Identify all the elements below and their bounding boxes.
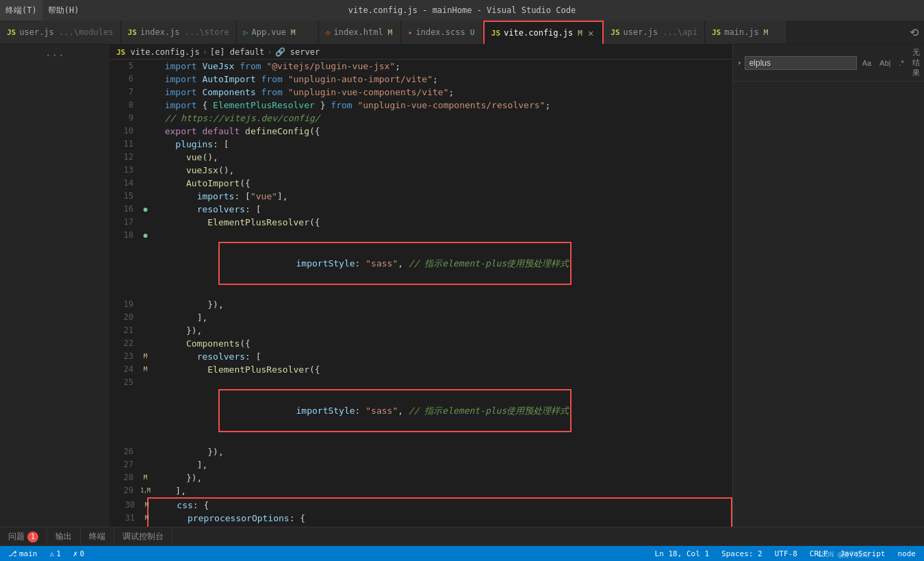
error-count: 0 (79, 549, 84, 558)
bottom-tab-debug[interactable]: 调试控制台 (114, 527, 172, 546)
code-line-5: 5 import VueJsx from "@vitejs/plugin-vue… (110, 60, 732, 73)
line-num-15: 15 (110, 190, 140, 203)
tab-index-html[interactable]: ◇ index.html M (319, 21, 401, 44)
tab-badge-modified: M (764, 28, 769, 37)
node-label: node (898, 549, 916, 558)
line-num-9: 9 (110, 112, 140, 125)
line-num-21: 21 (110, 324, 140, 337)
code-scroll[interactable]: 5 import VueJsx from "@vitejs/plugin-vue… (110, 60, 732, 527)
code-line-29: 29 1,M ], (110, 484, 732, 497)
warning-icon: ⚠ (50, 549, 55, 558)
line-content-29: ], (151, 484, 732, 497)
line-content-14: AutoImport({ (151, 177, 732, 190)
tab-label: user.js ...\modules (19, 27, 113, 37)
search-label: › (737, 58, 742, 67)
line-content-20: ], (151, 311, 732, 324)
status-node[interactable]: node (895, 549, 919, 558)
line-num-31: 31 (111, 512, 142, 525)
tab-app-vue[interactable]: ▷ App.vue M (237, 21, 319, 44)
line-num-23: 23 (110, 350, 140, 363)
line-num-25: 25 (110, 376, 140, 389)
line-content-25: importStyle: "sass", // 指示element-plus使用… (151, 376, 732, 445)
line-content-5: import VueJsx from "@vitejs/plugin-vue-j… (151, 60, 732, 73)
status-branch[interactable]: ⎇ main (5, 549, 40, 558)
search-input[interactable] (745, 56, 857, 70)
tab-label: user.js ...\api (624, 27, 697, 37)
tab-user-js-api[interactable]: JS user.js ...\api (604, 21, 705, 44)
tab-index-scss[interactable]: ✦ index.scss U (401, 21, 483, 44)
bottom-tabs: 问题 1 输出 终端 调试控制台 (0, 527, 924, 546)
code-line-31: 31 M preprocessorOptions: { (111, 512, 731, 525)
tab-label: 调试控制台 (123, 531, 164, 543)
search-word-btn[interactable]: Ab| (877, 58, 893, 68)
js-icon: JS (128, 28, 137, 37)
line-num-14: 14 (110, 177, 140, 190)
csdn-watermark: CSDN @囿于江湖 (817, 550, 869, 560)
line-content-23: resolvers: [ (151, 350, 732, 363)
tab-index-js-store[interactable]: JS index.js ...\store (121, 21, 237, 44)
bottom-tab-output[interactable]: 输出 (47, 527, 81, 546)
line-num-27: 27 (110, 458, 140, 471)
line-content-17: ElementPlusResolver({ (151, 216, 732, 229)
search-regex-btn[interactable]: .* (896, 58, 906, 68)
line-content-6: import AutoImport from "unplugin-auto-im… (151, 73, 732, 86)
spaces-label: Spaces: 2 (721, 549, 762, 558)
menu-help[interactable]: 帮助(H) (42, 0, 85, 21)
tab-label: main.js (724, 27, 759, 37)
branch-icon: ⎇ (8, 549, 17, 558)
tab-vite-config[interactable]: JS vite.config.js M ✕ (483, 21, 604, 44)
scss-icon: ✦ (408, 28, 413, 37)
line-content-31: preprocessorOptions: { (152, 512, 731, 525)
html-icon: ◇ (326, 28, 331, 37)
code-editor: 5 import VueJsx from "@vitejs/plugin-vue… (110, 60, 732, 527)
search-case-btn[interactable]: Aa (860, 58, 874, 68)
line-num-10: 10 (110, 125, 140, 138)
tab-label: 终端 (89, 531, 105, 543)
menu-bar[interactable]: 终端(T) 帮助(H) (0, 0, 84, 21)
line-num-26: 26 (110, 445, 140, 458)
branch-name: main (19, 549, 38, 558)
code-line-19: 19 }), (110, 298, 732, 311)
bottom-tab-problems[interactable]: 问题 1 (0, 527, 47, 546)
git-indicator-16: ● (140, 203, 151, 216)
close-icon[interactable]: ✕ (586, 26, 595, 40)
line-num-18: 18 (110, 229, 140, 242)
git-indicator-18: ● (140, 229, 151, 242)
tab-main-js[interactable]: JS main.js M (705, 21, 787, 44)
code-line-32: 32 scss: { (111, 525, 731, 527)
status-bar: ⎇ main ⚠ 1 ✗ 0 Ln 18, Col 1 Spaces: 2 UT… (0, 546, 924, 561)
code-line-22: 22 Components({ (110, 337, 732, 350)
history-button[interactable]: ⟲ (904, 21, 924, 44)
code-line-26: 26 }), (110, 445, 732, 458)
bottom-tab-terminal[interactable]: 终端 (81, 527, 114, 546)
left-sidebar: ··· (0, 45, 110, 527)
line-content-16: resolvers: [ (151, 203, 732, 216)
tab-label: 问题 (8, 531, 25, 543)
status-spaces[interactable]: Spaces: 2 (719, 549, 765, 558)
code-line-25: 25 importStyle: "sass", // 指示element-plu… (110, 376, 732, 445)
line-num-22: 22 (110, 337, 140, 350)
line-content-19: }), (151, 298, 732, 311)
breadcrumb-chevron-2: › (267, 47, 272, 57)
line-content-10: export default defineConfig({ (151, 125, 732, 138)
js-icon: JS (611, 28, 619, 37)
code-line-27: 27 ], (110, 458, 732, 471)
line-num-6: 6 (110, 73, 140, 86)
warning-count: 1 (56, 549, 61, 558)
tab-user-js-modules[interactable]: JS user.js ...\modules (0, 21, 121, 44)
menu-terminal[interactable]: 终端(T) (0, 0, 42, 21)
code-line-6: 6 import AutoImport from "unplugin-auto-… (110, 73, 732, 86)
line-content-26: }), (151, 445, 732, 458)
breadcrumb-file: JS vite.config.js (116, 47, 200, 57)
status-errors-count[interactable]: ✗ 0 (70, 549, 87, 558)
status-encoding[interactable]: UTF-8 (772, 549, 800, 558)
line-content-8: import { ElementPlusResolver } from "unp… (151, 99, 732, 112)
line-num-11: 11 (110, 138, 140, 151)
encoding-label: UTF-8 (775, 549, 797, 558)
editor-body: ··· JS vite.config.js › [e] default › 🔗 … (0, 45, 924, 527)
code-line-30: 30 M css: { (111, 499, 731, 512)
line-content-27: ], (151, 458, 732, 471)
status-cursor[interactable]: Ln 18, Col 1 (652, 549, 712, 558)
status-errors[interactable]: ⚠ 1 (47, 549, 64, 558)
section-red-box: 30 M css: { 31 M preprocessorOptions: { … (147, 497, 732, 527)
